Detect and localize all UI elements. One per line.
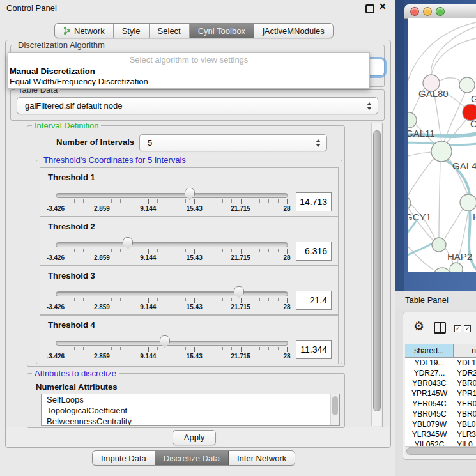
table-row[interactable]: YER054CYER0 (405, 399, 476, 409)
list-item[interactable]: TopologicalCoefficient (42, 405, 339, 416)
table-cell[interactable]: YBR043C (405, 378, 454, 388)
table-cell[interactable]: YLR3 (454, 429, 476, 440)
float-window-icon[interactable] (365, 4, 374, 13)
horizontal-scrollbar[interactable] (405, 446, 476, 455)
dropdown-item-equal-width-frequency[interactable]: Equal Width/Frequency Discretization (10, 77, 148, 86)
scrollbar-thumb[interactable] (373, 130, 381, 411)
close-traffic-light[interactable] (410, 7, 419, 16)
list-item[interactable]: BetweennessCentrality (42, 416, 339, 426)
threshold-3-value-field[interactable]: 21.4 (296, 291, 332, 310)
table-cell[interactable]: YBL0 (454, 419, 476, 429)
list-scrollbar[interactable] (330, 394, 339, 425)
table-cell[interactable]: YPR1 (454, 388, 476, 399)
table-cell[interactable]: YPR145W (405, 388, 454, 399)
network-node[interactable] (459, 77, 475, 93)
table-row[interactable]: YLR345WYLR3 (405, 429, 476, 440)
minimize-traffic-light[interactable] (423, 7, 432, 16)
cyni-mode-tabs: Impute Data Discretize Data Infer Networ… (92, 450, 295, 466)
network-node[interactable] (433, 268, 451, 272)
table-row[interactable]: YBR045CYBR0 (405, 409, 476, 419)
network-node[interactable] (450, 263, 463, 272)
table-cell[interactable]: YER0 (454, 399, 476, 409)
column-layout-icon[interactable] (434, 322, 446, 334)
tab-style[interactable]: Style (114, 24, 150, 38)
slider-track[interactable] (56, 193, 288, 198)
apply-button[interactable]: Apply (173, 430, 216, 445)
tab-label: Network (74, 26, 105, 36)
node-label: HAP2 (447, 251, 472, 262)
column-header-shared-name[interactable]: shared... (405, 344, 454, 357)
node-label: GCY1 (408, 211, 431, 222)
table-data-value: galFiltered.sif default node (25, 101, 122, 111)
threshold-1-panel: Threshold 1 -3.4262.8599.14415.4321.7152… (40, 167, 339, 217)
network-window-titlebar[interactable] (404, 4, 476, 19)
table-data-combobox[interactable]: galFiltered.sif default node (17, 97, 378, 114)
table-row[interactable]: YBR043CYBR0 (405, 378, 476, 388)
number-of-intervals-combobox[interactable]: 5 (139, 134, 327, 151)
threshold-4-slider[interactable]: -3.4262.8599.14415.4321.71528 (56, 316, 287, 364)
table-row[interactable]: YPR145WYPR1 (405, 388, 476, 399)
table-cell[interactable]: YLR345W (405, 429, 454, 440)
main-window-area: GAL80GCGAL11GAL4GCY1HHAP2 Table Panel ⚙ … (395, 0, 476, 476)
node-label: GAL11 (408, 128, 435, 139)
threshold-4-value-field[interactable]: 11.344 (296, 340, 332, 359)
slider-thumb[interactable] (185, 188, 195, 200)
table-cell[interactable]: YBL079W (405, 419, 454, 429)
threshold-3-slider[interactable]: -3.4262.8599.14415.4321.71528 (56, 266, 287, 314)
close-icon[interactable]: ✕ (379, 1, 387, 12)
table-cell[interactable]: YDR2 (454, 368, 476, 378)
network-node[interactable] (432, 238, 446, 252)
table-cell[interactable]: YDR27... (405, 368, 454, 378)
dropdown-item-manual-discretization[interactable]: Manual Discretization (10, 66, 95, 76)
table-cell[interactable]: YDL1 (454, 358, 476, 368)
gear-icon[interactable]: ⚙ (413, 320, 424, 332)
numerical-attributes-list[interactable]: SelfLoopsTopologicalCoefficientBetweenne… (41, 394, 340, 426)
node-table-body[interactable]: YDL19...YDL1YDR27...YDR2YBR043CYBR0YPR14… (405, 358, 476, 447)
table-row[interactable]: YBL079WYBL0 (405, 419, 476, 429)
tab-impute-data[interactable]: Impute Data (93, 451, 155, 465)
tab-select[interactable]: Select (150, 24, 190, 38)
table-cell[interactable]: YER054C (405, 399, 454, 409)
tab-infer-network[interactable]: Infer Network (229, 451, 295, 465)
slider-ticks (56, 249, 287, 254)
checkbox-checked-icon[interactable]: ✓ (454, 325, 461, 332)
node-table: shared... n YDL19...YDL1YDR27...YDR2YBR0… (405, 344, 476, 447)
scrollbar-thumb[interactable] (406, 447, 476, 455)
table-cell[interactable]: YDL19... (405, 358, 454, 368)
tab-jactivemnodules[interactable]: jActiveMNodules (254, 24, 333, 38)
network-node[interactable] (408, 112, 417, 128)
threshold-2-value-field[interactable]: 6.316 (296, 242, 332, 261)
threshold-2-slider[interactable]: -3.4262.8599.14415.4321.71528 (56, 217, 287, 265)
scrollbar-thumb[interactable] (332, 396, 338, 415)
slider-track[interactable] (56, 291, 288, 296)
list-item[interactable]: SelfLoops (42, 394, 339, 405)
column-header-name[interactable]: n (454, 344, 476, 357)
network-node[interactable] (460, 194, 476, 211)
node-label: G (471, 93, 476, 104)
tab-discretize-data[interactable]: Discretize Data (155, 451, 229, 465)
vertical-scrollbar[interactable] (371, 123, 381, 426)
checkbox-checked-icon[interactable]: ✓ (464, 325, 471, 332)
table-row[interactable]: YDR27...YDR2 (405, 368, 476, 378)
table-panel-header: Table Panel (395, 291, 476, 309)
table-header-row: shared... n (405, 344, 476, 358)
table-cell[interactable]: YBR0 (454, 409, 476, 419)
tab-cyni-toolbox[interactable]: Cyni Toolbox (190, 24, 254, 38)
zoom-traffic-light[interactable] (436, 7, 445, 16)
network-node[interactable] (431, 141, 452, 162)
slider-thumb[interactable] (234, 286, 244, 298)
threshold-1-slider[interactable]: -3.4262.8599.14415.4321.71528 (56, 168, 287, 216)
slider-thumb[interactable] (160, 335, 170, 348)
node-label: H (473, 211, 476, 222)
slider-thumb[interactable] (123, 237, 133, 249)
table-cell[interactable]: YBR0 (454, 378, 476, 388)
slider-track[interactable] (56, 341, 288, 346)
table-cell[interactable]: YBR045C (405, 409, 454, 419)
threshold-1-value-field[interactable]: 14.713 (296, 192, 332, 211)
network-view-canvas[interactable]: GAL80GCGAL11GAL4GCY1HHAP2 (408, 18, 476, 272)
network-node[interactable] (408, 197, 411, 210)
tab-network[interactable]: Network (55, 24, 114, 38)
slider-track[interactable] (56, 242, 288, 247)
threshold-4-panel: Threshold 4 -3.4262.8599.14415.4321.7152… (40, 315, 339, 364)
table-row[interactable]: YDL19...YDL1 (405, 358, 476, 368)
